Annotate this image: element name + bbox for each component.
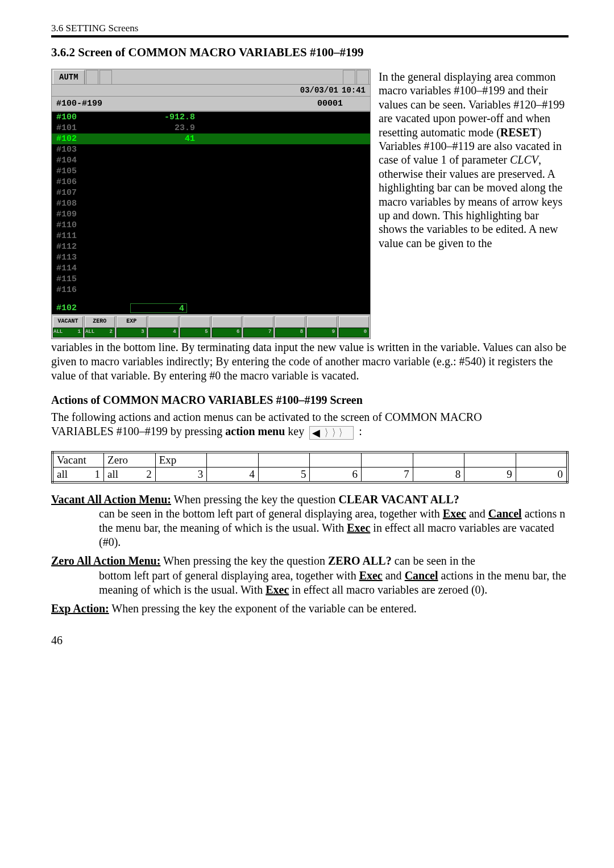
menu-cell[interactable] [310,452,362,468]
softkey-top: VACANT [53,316,83,328]
menu-cell-num[interactable]: 3 [155,467,207,482]
macro-variable-row[interactable]: #108 [52,198,370,209]
softkey-bot: 0 [339,328,369,337]
softkey-top: ZERO [85,316,115,328]
status-row: 03/03/01 10:41 [52,85,370,97]
menu-cell-num[interactable]: all1 [52,467,104,482]
def-zero-all: Zero All Action Menu: When pressing the … [51,554,569,597]
macro-id: #102 [56,134,96,144]
tab-autm[interactable]: AUTM [53,70,85,84]
softkey-top [180,316,210,328]
macro-variable-row[interactable]: #10123.9 [52,123,370,133]
softkey[interactable]: 6 [211,316,242,337]
softkey[interactable]: ZEROALL2 [84,316,115,337]
macro-id: #105 [56,166,96,176]
menu-cell-num[interactable]: 8 [413,467,464,482]
def-vacant-all: Vacant All Action Menu: When pressing th… [51,493,569,550]
softkey-bot: 5 [180,328,210,337]
tab-blank-2[interactable] [99,70,112,84]
action-menu-label: action menu [225,425,285,437]
macro-id: #110 [56,220,96,230]
menu-cell-num[interactable]: 5 [258,467,310,482]
tab-blank-1[interactable] [86,70,98,84]
macro-variable-row[interactable]: #115 [52,274,370,285]
softkey[interactable]: VACANTALL1 [53,316,83,337]
softkey[interactable]: 9 [306,316,337,337]
macro-variable-row[interactable]: #104 [52,155,370,166]
menu-cell[interactable] [464,452,516,468]
menu-cell-num[interactable]: 0 [516,467,567,482]
def-exp-title: Exp Action: [51,602,109,615]
actions-intro: The following actions and action menus c… [51,410,569,439]
def-vacant-first: When pressing the key the question CLEAR… [171,493,459,506]
softkey-bot: 7 [243,328,273,337]
macro-value [96,253,366,262]
menu-cell[interactable] [207,452,259,468]
macro-id: #107 [56,188,96,198]
def-zero-title: Zero All Action Menu: [51,554,160,567]
menu-cell[interactable]: Zero [104,452,156,468]
softkey[interactable]: 7 [243,316,273,337]
macro-value [96,156,366,165]
macro-value [96,242,366,252]
softkey-bot: ALL2 [85,328,115,337]
menu-cell-num[interactable]: 7 [362,467,413,482]
softkey[interactable]: 4 [148,316,179,337]
macro-id: #104 [56,156,96,165]
macro-id: #100 [56,112,96,122]
macro-variable-row[interactable]: #106 [52,177,370,187]
macro-variable-row[interactable]: #114 [52,263,370,274]
macro-id: #112 [56,242,96,252]
menu-cell-num[interactable]: 4 [207,467,259,482]
macro-value [96,274,366,284]
menu-cell-num[interactable]: all2 [104,467,156,482]
macro-variable-row[interactable]: #10241 [52,133,370,144]
actions-intro-pre: VARIABLES #100–#199 by pressing [51,425,225,437]
menu-cell-num[interactable]: 9 [464,467,516,482]
breadcrumb: 3.6 SETTING Screens [51,23,569,34]
softkey-bot: 8 [275,328,305,337]
menu-cell-num[interactable]: 6 [310,467,362,482]
input-value[interactable]: 4 [130,303,187,313]
menu-cell[interactable] [413,452,464,468]
actions-intro-line1: The following actions and action menus c… [51,411,482,423]
softkey[interactable]: 5 [180,316,210,337]
macro-value [96,220,366,230]
tab-blank-4[interactable] [356,70,369,84]
macro-variable-row[interactable]: #111 [52,231,370,241]
tab-blank-3[interactable] [343,70,355,84]
macro-variable-row[interactable]: #116 [52,285,370,295]
section-title: 3.6.2 Screen of COMMON MACRO VARIABLES #… [51,45,569,60]
menu-cell[interactable]: Exp [155,452,207,468]
macro-variable-row[interactable]: #103 [52,144,370,155]
spacer [52,295,370,302]
softkey[interactable]: 0 [338,316,369,337]
menu-cell[interactable] [258,452,310,468]
softkey-top: EXP [117,316,147,328]
menu-cell[interactable] [362,452,413,468]
def-exp: Exp Action: When pressing the key the ex… [51,602,569,616]
macro-value: 41 [96,134,366,144]
macro-value [96,145,366,155]
softkey-top [243,316,273,328]
macro-variable-row[interactable]: #107 [52,187,370,198]
actions-heading: Actions of COMMON MACRO VARIABLES #100–#… [51,394,569,407]
menu-cell[interactable] [516,452,567,468]
macro-variable-list: #100-912.8#10123.9#10241#103#104#105#106… [52,112,370,295]
macro-variable-row[interactable]: #113 [52,252,370,263]
macro-variable-row[interactable]: #105 [52,166,370,177]
macro-id: #116 [56,285,96,295]
softkey-bar: VACANTALL1ZEROALL2EXP34567890 [52,314,370,339]
macro-variable-row[interactable]: #100-912.8 [52,112,370,123]
header-rule [51,35,569,37]
softkey-bot: 6 [212,328,242,337]
action-menu-table: VacantZeroExp all1all234567890 [51,451,569,483]
macro-variable-row[interactable]: #109 [52,209,370,220]
page-number: 46 [51,634,569,647]
tab-row: AUTM [52,69,370,85]
menu-cell[interactable]: Vacant [52,452,104,468]
softkey[interactable]: EXP3 [116,316,147,337]
macro-variable-row[interactable]: #110 [52,220,370,231]
softkey[interactable]: 8 [275,316,305,337]
macro-variable-row[interactable]: #112 [52,241,370,252]
